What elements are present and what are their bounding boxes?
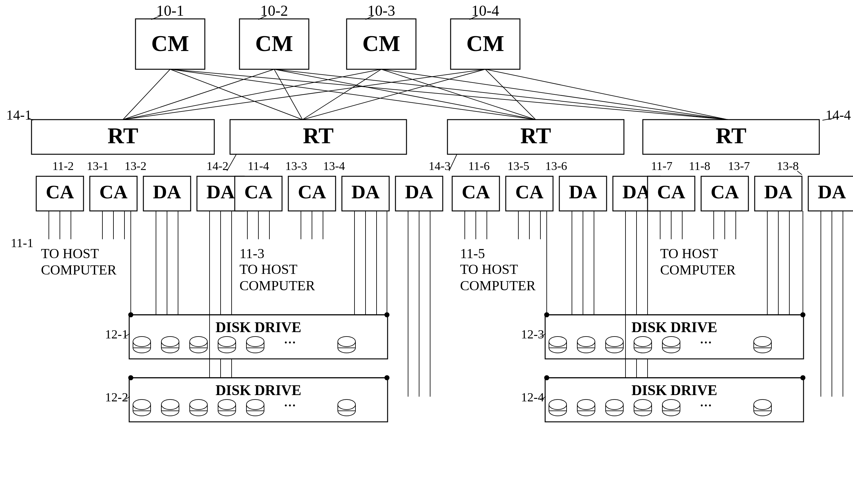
svg-text:DA: DA (764, 181, 793, 202)
svg-text:DA: DA (818, 181, 846, 202)
svg-text:12-2: 12-2 (105, 390, 128, 404)
svg-point-233 (606, 399, 623, 410)
svg-text:13-2: 13-2 (124, 159, 146, 173)
svg-text:CM: CM (466, 31, 504, 56)
svg-text:DA: DA (569, 181, 597, 202)
svg-text:TO HOST: TO HOST (660, 246, 718, 261)
svg-point-181 (133, 399, 151, 410)
svg-point-187 (190, 399, 207, 410)
svg-point-207 (577, 337, 595, 347)
svg-point-230 (577, 399, 595, 410)
svg-point-164 (190, 337, 207, 347)
svg-point-250 (128, 375, 133, 380)
svg-text:COMPUTER: COMPUTER (240, 278, 315, 293)
svg-point-197 (338, 399, 355, 410)
svg-text:10-1: 10-1 (156, 2, 184, 19)
svg-text:TO HOST: TO HOST (41, 246, 99, 261)
svg-text:13-1: 13-1 (87, 159, 109, 173)
svg-text:13-6: 13-6 (545, 159, 567, 173)
svg-text:13-4: 13-4 (323, 159, 345, 173)
svg-text:RT: RT (107, 123, 138, 148)
svg-text:RT: RT (520, 123, 551, 148)
svg-text:13-7: 13-7 (728, 159, 750, 173)
svg-text:DA: DA (153, 181, 181, 202)
svg-text:11-6: 11-6 (468, 159, 490, 173)
svg-point-251 (384, 375, 389, 380)
svg-text:···: ··· (700, 396, 712, 414)
svg-point-213 (634, 337, 652, 347)
svg-point-210 (606, 337, 623, 347)
svg-text:CM: CM (362, 31, 400, 56)
svg-text:13-8: 13-8 (777, 159, 799, 173)
svg-text:DISK DRIVE: DISK DRIVE (215, 319, 301, 335)
svg-text:12-3: 12-3 (521, 327, 544, 341)
svg-point-243 (754, 399, 771, 410)
svg-text:13-3: 13-3 (285, 159, 307, 173)
svg-text:14-3: 14-3 (429, 159, 451, 173)
svg-text:CA: CA (657, 181, 685, 202)
svg-text:CA: CA (515, 181, 543, 202)
svg-text:11-5: 11-5 (460, 246, 485, 261)
svg-point-220 (754, 337, 771, 347)
svg-point-174 (338, 337, 355, 347)
svg-text:CA: CA (711, 181, 739, 202)
svg-text:DISK DRIVE: DISK DRIVE (631, 382, 717, 398)
svg-point-158 (133, 337, 151, 347)
svg-text:DA: DA (206, 181, 235, 202)
svg-point-190 (218, 399, 236, 410)
svg-text:TO HOST: TO HOST (460, 262, 518, 277)
svg-text:COMPUTER: COMPUTER (460, 278, 536, 293)
svg-point-170 (246, 337, 264, 347)
svg-text:COMPUTER: COMPUTER (41, 262, 117, 278)
svg-text:14-2: 14-2 (206, 159, 228, 173)
svg-text:11-3: 11-3 (240, 246, 264, 261)
svg-text:COMPUTER: COMPUTER (660, 262, 736, 278)
svg-text:CA: CA (462, 181, 490, 202)
svg-point-161 (161, 337, 179, 347)
svg-text:14-1: 14-1 (6, 107, 32, 123)
svg-point-184 (161, 399, 179, 410)
svg-point-261 (800, 375, 805, 380)
svg-text:RT: RT (303, 123, 334, 148)
svg-text:···: ··· (284, 334, 296, 351)
svg-text:CA: CA (298, 181, 326, 202)
svg-point-260 (544, 375, 549, 380)
svg-point-236 (634, 399, 652, 410)
svg-text:CA: CA (99, 181, 128, 202)
svg-text:11-2: 11-2 (52, 159, 74, 173)
svg-point-193 (246, 399, 264, 410)
svg-point-204 (549, 337, 567, 347)
svg-text:DA: DA (405, 181, 433, 202)
svg-text:CA: CA (46, 181, 74, 202)
svg-point-216 (662, 337, 680, 347)
svg-text:DA: DA (351, 181, 380, 202)
diagram-container: CM 10-1 CM 10-2 CM 10-3 CM 10-4 (0, 0, 853, 504)
svg-text:RT: RT (716, 123, 747, 148)
svg-point-167 (218, 337, 236, 347)
svg-text:DISK DRIVE: DISK DRIVE (215, 382, 301, 398)
svg-text:12-4: 12-4 (521, 390, 544, 404)
svg-text:CM: CM (151, 31, 189, 56)
svg-text:DISK DRIVE: DISK DRIVE (631, 319, 717, 335)
svg-text:14-4: 14-4 (825, 107, 851, 123)
svg-text:11-4: 11-4 (248, 159, 269, 173)
svg-text:TO HOST: TO HOST (240, 262, 297, 277)
svg-text:···: ··· (284, 396, 296, 414)
svg-text:DA: DA (622, 181, 651, 202)
svg-text:11-7: 11-7 (651, 159, 673, 173)
svg-text:12-1: 12-1 (105, 327, 128, 341)
svg-text:13-5: 13-5 (507, 159, 529, 173)
svg-text:CM: CM (255, 31, 293, 56)
svg-text:11-8: 11-8 (689, 159, 710, 173)
svg-text:CA: CA (244, 181, 273, 202)
svg-point-227 (549, 399, 567, 410)
svg-text:11-1: 11-1 (11, 236, 33, 250)
svg-text:···: ··· (700, 334, 712, 351)
svg-point-239 (662, 399, 680, 410)
